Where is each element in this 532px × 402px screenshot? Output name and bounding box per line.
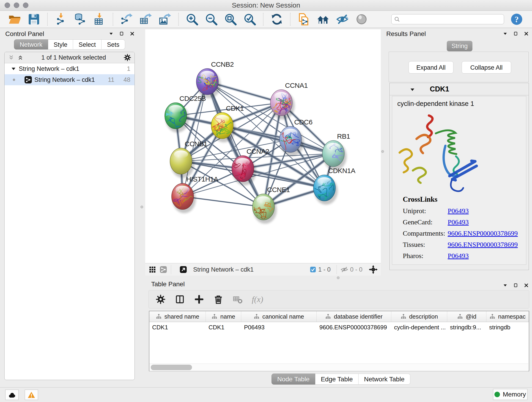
function-builder-icon[interactable]: f(x): [252, 294, 263, 304]
tab-network-table[interactable]: Network Table: [359, 374, 410, 385]
table-gear-icon[interactable]: [156, 294, 166, 304]
export-network-icon[interactable]: [120, 13, 133, 26]
zoom-in-icon[interactable]: [186, 13, 198, 26]
column-header-namespac[interactable]: namespac: [486, 311, 529, 322]
network-collection-row[interactable]: String Network – cdk1 1: [5, 63, 134, 74]
tab-select[interactable]: Select: [73, 39, 101, 50]
string-node-entry: CDK1 cyclin-dependent kinase 1 CrossLink…: [389, 83, 529, 270]
tab-node-table[interactable]: Node Table: [272, 374, 315, 385]
network-row-selected[interactable]: String Network – cdk1 11 48: [5, 74, 134, 85]
collapse-all-button[interactable]: Collapse All: [462, 61, 511, 74]
import-table-file-icon[interactable]: [93, 13, 106, 26]
window-close-icon[interactable]: [5, 2, 10, 8]
results-panel-close-icon[interactable]: [524, 31, 529, 36]
split-columns-icon[interactable]: [175, 294, 185, 304]
trash-column-icon[interactable]: [213, 294, 223, 304]
zoom-selected-icon[interactable]: [243, 13, 256, 26]
window-zoom-icon[interactable]: [23, 2, 28, 8]
tab-style[interactable]: Style: [48, 39, 73, 50]
column-header-label: name: [220, 313, 235, 320]
table-panel-menu-icon[interactable]: [503, 283, 508, 288]
warnings-button[interactable]: [25, 390, 38, 400]
control-panel-close-icon[interactable]: [130, 31, 135, 36]
open-session-icon[interactable]: [8, 13, 21, 26]
crosslink-link[interactable]: P06493: [448, 218, 469, 226]
bottom-splitter-handle[interactable]: [337, 276, 340, 279]
table-cell[interactable]: CDK1: [206, 324, 241, 331]
crosslink-link[interactable]: P06493: [448, 207, 469, 215]
table-cell[interactable]: CDK1: [149, 324, 206, 331]
column-header-name[interactable]: name: [206, 311, 241, 322]
selected-count-checkbox-icon[interactable]: [310, 266, 317, 273]
network-list-gear-icon[interactable]: [123, 54, 131, 61]
crosslink-label: Compartments:: [403, 230, 448, 237]
node-label: CDC6: [294, 118, 312, 126]
column-header-canonical-name[interactable]: canonical name: [241, 311, 317, 322]
import-network-file-icon[interactable]: [55, 13, 67, 26]
search-box[interactable]: [391, 14, 504, 24]
column-header-description[interactable]: description: [391, 311, 447, 322]
control-panel-float-icon[interactable]: [119, 31, 124, 36]
tab-edge-table[interactable]: Edge Table: [315, 374, 359, 385]
table-row[interactable]: CDK1CDK1P064939606.ENSP00000378699cyclin…: [149, 322, 529, 332]
fit-selected-crosshair-icon[interactable]: [369, 265, 378, 274]
table-cell[interactable]: stringdb: [486, 324, 529, 331]
network-edge-count: 48: [114, 76, 130, 83]
network-label: String Network – cdk1: [34, 76, 95, 83]
collection-expander-icon[interactable]: [11, 66, 17, 72]
crosslink-link[interactable]: 9606.ENSP00000378699: [448, 241, 518, 248]
detach-view-icon[interactable]: [179, 266, 187, 274]
expand-all-networks-icon[interactable]: [17, 54, 24, 61]
tab-string[interactable]: String: [447, 41, 472, 51]
zoom-fit-icon[interactable]: [224, 13, 237, 26]
plus-column-icon[interactable]: [194, 294, 204, 304]
save-session-icon[interactable]: [27, 13, 40, 26]
column-header-database-identifier[interactable]: database identifier: [317, 311, 391, 322]
entry-expander-icon[interactable]: [409, 87, 415, 93]
export-image-icon[interactable]: [158, 13, 171, 26]
collapse-all-networks-icon[interactable]: [8, 54, 15, 61]
birdseye-grid-icon[interactable]: [148, 266, 156, 274]
hide-selected-icon[interactable]: [336, 13, 349, 26]
import-network-database-icon[interactable]: [74, 13, 87, 26]
table-cell[interactable]: 9606.ENSP00000378699: [317, 324, 391, 331]
export-table-icon[interactable]: [139, 13, 152, 26]
column-header-label: canonical name: [262, 313, 304, 320]
window-minimize-icon[interactable]: [14, 2, 19, 8]
table-panel-float-icon[interactable]: [513, 283, 518, 288]
show-all-icon[interactable]: [355, 13, 368, 26]
tab-sets[interactable]: Sets: [101, 39, 125, 50]
network-from-selection-icon[interactable]: [298, 13, 310, 26]
tab-network[interactable]: Network: [14, 39, 48, 50]
cloud-button[interactable]: [5, 390, 19, 400]
table-panel-close-icon[interactable]: [524, 283, 529, 288]
network-selection-status: 1 of 1 Network selected: [24, 54, 123, 61]
grid-delete-icon[interactable]: [233, 294, 243, 304]
string-home-icon[interactable]: [317, 13, 329, 26]
search-input[interactable]: [400, 16, 501, 23]
network-canvas[interactable]: CCNB2CCNA1CDC25BCDK1CDC6RB1CCNB1CCNA2CDK…: [145, 29, 381, 263]
left-splitter-handle[interactable]: [140, 206, 143, 208]
network-overview-icon[interactable]: [159, 266, 167, 274]
right-splitter-handle[interactable]: [381, 150, 384, 153]
memory-button[interactable]: Memory: [493, 389, 527, 400]
column-header-shared-name[interactable]: shared name: [149, 311, 206, 322]
column-header--id[interactable]: @id: [447, 311, 486, 322]
string-entry-header[interactable]: CDK1: [390, 83, 529, 95]
table-horizontal-scrollbar[interactable]: [149, 364, 528, 371]
zoom-out-icon[interactable]: [205, 13, 218, 26]
help-icon[interactable]: ?: [510, 13, 523, 26]
control-panel-menu-icon[interactable]: [109, 31, 114, 36]
hidden-count-eye-icon[interactable]: [341, 266, 348, 274]
expand-all-button[interactable]: Expand All: [409, 61, 453, 74]
crosslink-link[interactable]: 9606.ENSP00000378699: [448, 230, 518, 237]
table-cell[interactable]: P06493: [241, 324, 317, 331]
refresh-view-icon[interactable]: [270, 13, 283, 26]
table-cell[interactable]: stringdb:9...: [447, 324, 486, 331]
results-panel-float-icon[interactable]: [513, 31, 518, 36]
scrollbar-thumb[interactable]: [151, 365, 192, 370]
results-panel-menu-icon[interactable]: [503, 31, 508, 36]
crosslink-link[interactable]: P06493: [448, 252, 469, 259]
node-gloss: [200, 71, 214, 79]
table-cell[interactable]: cyclin-dependent ...: [391, 324, 447, 331]
